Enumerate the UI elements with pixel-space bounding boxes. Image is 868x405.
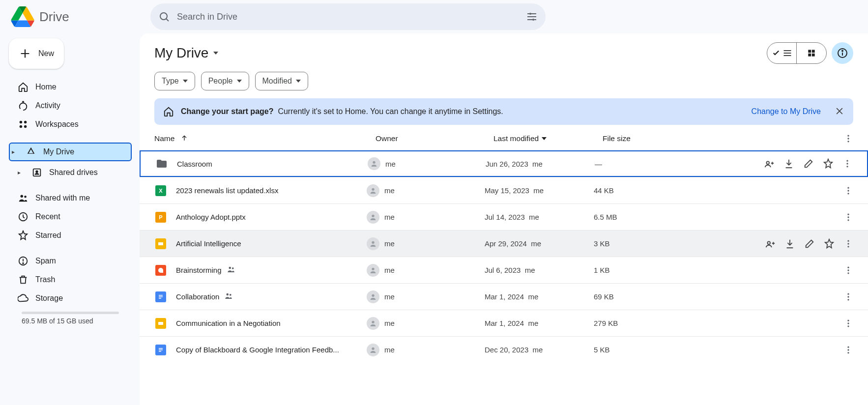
more-icon[interactable] (843, 186, 853, 196)
download-icon[interactable] (784, 238, 795, 249)
sidebar-item-recent[interactable]: Recent (9, 207, 132, 226)
shared-icon (227, 265, 235, 275)
sort-asc-icon[interactable] (180, 134, 188, 144)
sidebar-item-activity[interactable]: Activity (9, 96, 132, 115)
star-icon[interactable] (824, 238, 835, 249)
size-text: 44 KB (594, 186, 653, 195)
svg-rect-62 (159, 298, 161, 299)
svg-rect-76 (159, 351, 161, 352)
file-name: Collaboration (176, 292, 219, 301)
sidebar-item-mydrive[interactable]: ▸ My Drive (9, 143, 132, 161)
svg-point-2 (532, 19, 534, 21)
col-name[interactable]: Name (154, 134, 174, 143)
table-row[interactable]: Classroom me Jun 26, 2023 me — (140, 150, 868, 177)
size-text: 1 KB (594, 266, 653, 274)
grid-view-button[interactable] (797, 43, 826, 63)
banner-text: Change your start page? Currently it's s… (181, 107, 503, 116)
share-icon[interactable] (765, 238, 776, 249)
share-icon[interactable] (764, 158, 775, 169)
col-owner[interactable]: Owner (376, 134, 398, 143)
svg-point-45 (847, 219, 849, 221)
table-row[interactable]: Copy of Blackboard & Google Integration … (140, 336, 868, 363)
col-modified[interactable]: Last modified (493, 134, 539, 143)
table-row[interactable]: Artificial Intelligence me Apr 29, 2024 … (140, 230, 868, 257)
page-title[interactable]: My Drive (154, 45, 208, 61)
svg-point-64 (230, 294, 231, 296)
search-options-icon[interactable] (526, 11, 538, 23)
svg-point-30 (847, 141, 849, 142)
file-type-icon: X (154, 185, 167, 197)
start-page-banner: Change your start page? Currently it's s… (154, 98, 853, 125)
more-icon[interactable] (843, 265, 853, 275)
col-size[interactable]: File size (603, 134, 631, 143)
more-icon[interactable] (843, 292, 853, 302)
svg-point-70 (372, 320, 374, 323)
svg-rect-46 (158, 242, 163, 245)
chevron-down-icon[interactable] (542, 137, 547, 140)
svg-rect-61 (159, 296, 163, 297)
size-text: 279 KB (594, 319, 653, 327)
more-icon[interactable] (843, 212, 853, 222)
file-type-icon (154, 318, 167, 329)
sidebar: New Home Activity Workspaces ▸ My Drive … (0, 33, 140, 405)
more-icon[interactable] (843, 239, 853, 249)
svg-point-32 (767, 161, 770, 164)
expand-icon[interactable]: ▸ (18, 169, 25, 176)
search-input[interactable] (177, 12, 519, 22)
download-icon[interactable] (783, 158, 794, 169)
sidebar-item-home[interactable]: Home (9, 78, 132, 96)
svg-point-0 (160, 13, 167, 20)
table-row[interactable]: X 2023 renewals list updated.xlsx me May… (140, 177, 868, 203)
table-row[interactable]: P Anthology Adopt.pptx me Jul 14, 2023 m… (140, 203, 868, 230)
header-more-icon[interactable] (843, 134, 853, 144)
more-icon[interactable] (843, 345, 853, 355)
svg-point-29 (847, 138, 849, 139)
rename-icon[interactable] (803, 158, 814, 169)
owner-text: me (384, 266, 395, 274)
list-view-button[interactable] (767, 43, 797, 63)
new-button[interactable]: New (9, 38, 64, 69)
home-icon (163, 106, 174, 117)
svg-rect-18 (783, 55, 791, 56)
table-row[interactable]: Brainstorming me Jul 6, 2023 me 1 KB (140, 257, 868, 283)
sidebar-item-spam[interactable]: Spam (9, 252, 132, 270)
table-row[interactable]: Collaboration me Mar 1, 2024 me 69 KB (140, 283, 868, 310)
search-bar[interactable] (150, 3, 546, 30)
owner-text: me (384, 213, 395, 221)
filter-modified[interactable]: Modified (255, 72, 308, 90)
title-dropdown-icon[interactable] (213, 52, 218, 55)
date-text: Mar 1, 2024 (485, 319, 524, 327)
svg-rect-22 (812, 54, 815, 57)
search-icon[interactable] (158, 11, 170, 23)
logo-area[interactable]: Drive (11, 6, 140, 27)
sidebar-item-starred[interactable]: Starred (9, 226, 132, 245)
table-row[interactable]: Communication in a Negotiation me Mar 1,… (140, 310, 868, 336)
new-button-label: New (38, 49, 54, 58)
svg-point-72 (847, 322, 849, 324)
more-icon[interactable] (843, 318, 853, 328)
expand-icon[interactable]: ▸ (12, 148, 19, 155)
filter-type[interactable]: Type (154, 72, 195, 90)
rename-icon[interactable] (804, 238, 815, 249)
avatar (368, 157, 380, 170)
svg-point-79 (847, 349, 849, 350)
banner-action[interactable]: Change to My Drive (752, 107, 821, 116)
svg-point-80 (847, 352, 849, 353)
svg-rect-75 (159, 349, 163, 350)
star-icon[interactable] (823, 158, 834, 169)
view-toggle (767, 42, 827, 64)
filter-people[interactable]: People (201, 72, 249, 90)
sidebar-item-shareddrives[interactable]: ▸ Shared drives (9, 163, 132, 182)
banner-close-icon[interactable] (835, 106, 844, 117)
sidebar-item-sharedwithme[interactable]: Shared with me (9, 189, 132, 207)
avatar (367, 317, 379, 330)
sidebar-item-storage[interactable]: Storage (9, 289, 132, 308)
info-button[interactable] (832, 42, 853, 64)
more-icon[interactable] (842, 159, 852, 169)
sidebar-item-workspaces[interactable]: Workspaces (9, 115, 132, 134)
file-rows: Classroom me Jun 26, 2023 me — X 2023 re… (140, 150, 868, 405)
svg-point-36 (846, 163, 848, 164)
size-text: 3 KB (594, 239, 653, 248)
svg-rect-60 (159, 295, 163, 296)
sidebar-item-trash[interactable]: Trash (9, 270, 132, 289)
